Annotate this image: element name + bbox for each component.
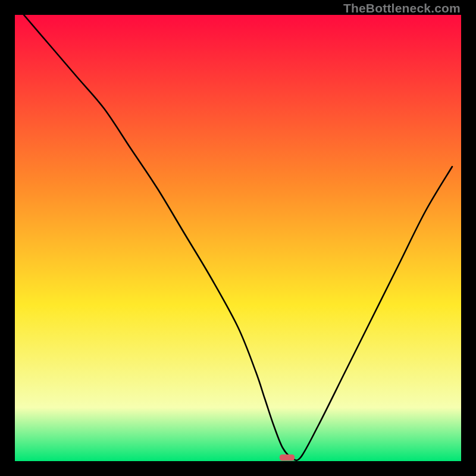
optimal-marker xyxy=(280,455,295,461)
chart-frame: TheBottleneck.com xyxy=(0,0,476,476)
bottleneck-chart xyxy=(15,15,461,461)
watermark-label: TheBottleneck.com xyxy=(343,1,461,15)
